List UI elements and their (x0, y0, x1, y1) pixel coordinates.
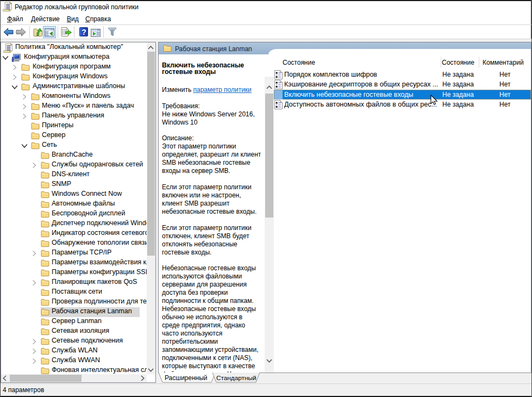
svg-text:?: ? (82, 28, 86, 36)
